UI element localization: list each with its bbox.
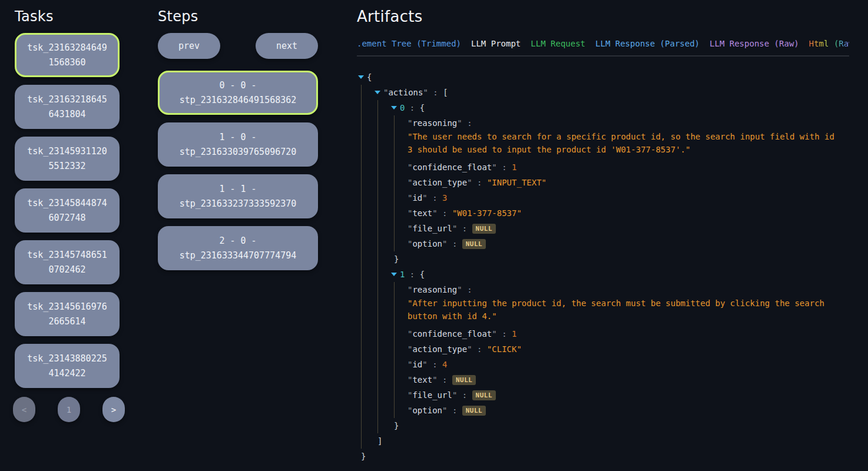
json-token: : xyxy=(447,406,462,415)
task-button[interactable]: tsk_231632846491568360 xyxy=(15,33,120,77)
json-token: " xyxy=(423,88,428,97)
json-node-header: 0 : { xyxy=(391,100,849,115)
json-token: " xyxy=(492,329,496,339)
json-string-value: "INPUT_TEXT" xyxy=(487,178,546,187)
steps-prev-button[interactable]: prev xyxy=(158,33,220,59)
tasks-next-page-button[interactable]: > xyxy=(102,397,125,422)
json-entry: "file_url" : NULL xyxy=(408,221,849,236)
json-token: reasoning xyxy=(412,118,457,128)
json-key: "id" xyxy=(408,360,428,369)
json-token: action_type xyxy=(412,178,467,187)
task-button[interactable]: tsk_231457486510702462 xyxy=(15,240,120,284)
task-list: tsk_231632846491568360tsk_23163218645643… xyxy=(15,33,120,388)
tab-llm-prompt[interactable]: LLM Prompt xyxy=(471,39,521,48)
json-string-value: "CLICK" xyxy=(487,344,522,354)
json-node-header: { xyxy=(358,69,849,85)
json-token: file_url xyxy=(412,224,452,233)
step-button[interactable]: 2 - 0 - stp_231633344707774794 xyxy=(158,226,318,270)
json-token: : xyxy=(428,193,442,203)
json-key: "option" xyxy=(408,406,447,415)
json-node-header: "actions" : [ xyxy=(375,85,849,100)
step-button[interactable]: 1 - 0 - stp_231633039765096720 xyxy=(158,122,318,167)
json-token: " xyxy=(422,193,427,203)
artifacts-title: Artifacts xyxy=(357,8,849,25)
json-token: { xyxy=(420,103,425,112)
json-token: : xyxy=(405,270,419,279)
artifacts-panel: Artifacts .ement Tree (Trimmed)LLM Promp… xyxy=(357,8,849,464)
task-button[interactable]: tsk_231459311205512332 xyxy=(15,137,120,181)
json-token: option xyxy=(412,406,442,415)
json-token: : xyxy=(428,360,442,369)
json-token: action_type xyxy=(412,344,467,354)
json-token: } xyxy=(394,421,399,430)
json-token: " xyxy=(457,118,462,128)
collapse-arrow-icon[interactable] xyxy=(391,273,397,276)
json-entry: "action_type" : "INPUT_TEXT" xyxy=(408,175,849,190)
tab-llm-response-parsed[interactable]: LLM Response (Parsed) xyxy=(595,39,700,48)
json-token: " xyxy=(457,285,462,294)
json-token: confidence_float xyxy=(412,162,492,172)
json-entry-key-row: "reasoning" : xyxy=(408,282,849,297)
json-key: "id" xyxy=(408,193,428,203)
collapse-arrow-icon[interactable] xyxy=(375,91,380,94)
json-token: " xyxy=(442,239,447,248)
tasks-page-number-button[interactable]: 1 xyxy=(58,397,80,422)
tab-llm-response-raw[interactable]: LLM Response (Raw) xyxy=(710,39,799,48)
json-entry-key-row: "reasoning" : xyxy=(408,115,849,131)
json-token: ] xyxy=(377,436,382,446)
json-token: : xyxy=(428,88,443,97)
json-key: "option" xyxy=(408,239,447,248)
null-value-badge: NULL xyxy=(462,239,486,249)
json-node-closer: } xyxy=(391,251,849,267)
json-string-value: "The user needs to search for a specific… xyxy=(408,130,837,156)
json-token: " xyxy=(432,375,437,384)
steps-panel: Steps prev next 0 - 0 - stp_231632846491… xyxy=(158,8,318,278)
json-object-node: 0 : {"reasoning" :"The user needs to sea… xyxy=(391,100,849,267)
json-key: "confidence_float" xyxy=(408,329,497,339)
task-button[interactable]: tsk_231458448746072748 xyxy=(15,188,120,233)
json-token: : xyxy=(497,162,512,172)
task-button[interactable]: tsk_231632186456431804 xyxy=(15,85,120,129)
json-node-children: "actions" : [0 : {"reasoning" :"The user… xyxy=(361,85,849,449)
json-node-children: "reasoning" :"The user needs to search f… xyxy=(394,115,849,251)
json-token: : xyxy=(457,390,472,400)
json-entry: "id" : 3 xyxy=(408,190,849,205)
json-token: } xyxy=(361,452,366,461)
json-key: "file_url" xyxy=(408,390,457,400)
json-index: 1 xyxy=(400,270,405,279)
json-entry: "confidence_float" : 1 xyxy=(408,160,849,175)
json-entry: "reasoning" :"The user needs to search f… xyxy=(408,115,849,156)
json-token: : xyxy=(497,329,512,339)
step-button[interactable]: 0 - 0 - stp_231632846491568362 xyxy=(158,71,318,115)
json-object-node: 1 : {"reasoning" :"After inputting the p… xyxy=(391,267,849,433)
steps-next-button[interactable]: next xyxy=(256,33,318,59)
json-node-children: "reasoning" :"After inputting the produc… xyxy=(394,282,849,418)
json-key: "reasoning" xyxy=(408,118,462,128)
null-value-badge: NULL xyxy=(462,406,486,416)
json-token: " xyxy=(467,178,472,187)
step-list: 0 - 0 - stp_2316328464915683621 - 0 - st… xyxy=(158,71,318,270)
task-button[interactable]: tsk_231456169762665614 xyxy=(15,292,120,336)
json-entry: "action_type" : "CLICK" xyxy=(408,341,849,357)
json-token: : xyxy=(447,239,462,248)
task-button[interactable]: tsk_231438802254142422 xyxy=(15,344,120,388)
json-token: " xyxy=(452,224,457,233)
json-token: option xyxy=(412,239,442,248)
tasks-prev-page-button[interactable]: < xyxy=(13,397,35,422)
json-token: confidence_float xyxy=(412,329,492,339)
tab-element-tree-trimmed[interactable]: .ement Tree (Trimmed) xyxy=(357,39,461,48)
collapse-arrow-icon[interactable] xyxy=(391,106,397,110)
json-key: "action_type" xyxy=(408,178,472,187)
json-number-value: 4 xyxy=(442,360,447,369)
step-button[interactable]: 1 - 1 - stp_231633237333592370 xyxy=(158,174,318,218)
json-node-closer: } xyxy=(358,449,849,464)
json-token: " xyxy=(492,162,496,172)
json-token: { xyxy=(367,72,372,82)
json-node-header: 1 : { xyxy=(391,267,849,282)
json-entry: "text" : "W01-377-8537" xyxy=(408,205,849,221)
collapse-arrow-icon[interactable] xyxy=(358,75,364,79)
tab-llm-request[interactable]: LLM Request xyxy=(531,39,585,48)
json-token: file_url xyxy=(412,390,452,400)
json-node-closer: ] xyxy=(375,433,849,449)
tab-html-raw[interactable]: Html (Raw) xyxy=(809,39,849,48)
